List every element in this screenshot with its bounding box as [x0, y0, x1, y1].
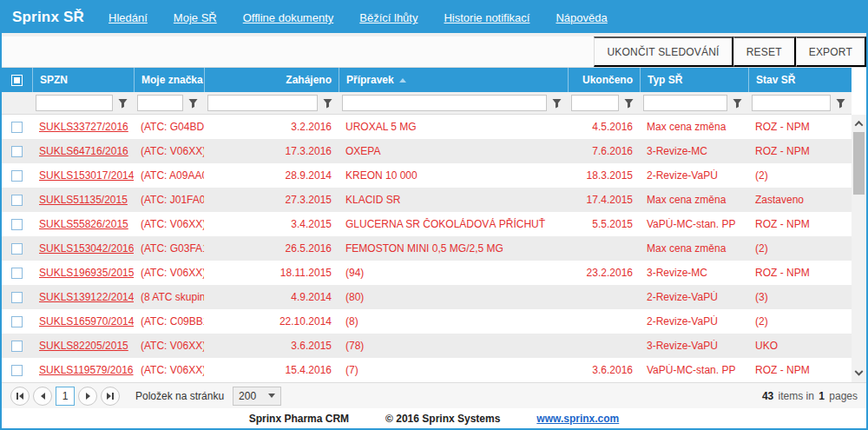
column-header-zahajeno[interactable]: Zahájeno — [204, 68, 339, 92]
table-row[interactable]: SUKLS82205/2015 (ATC: V06XX) 3.6.2015 (7… — [2, 334, 852, 358]
cell-stav-sr: (2) — [748, 315, 852, 327]
spzn-link[interactable]: SUKLS55826/2015 — [32, 218, 134, 230]
page-size-dropdown[interactable]: 200 — [233, 387, 281, 406]
cell-ukonceno: 5.5.2015 — [568, 218, 640, 230]
nav-links: HledáníMoje SŘOffline dokumentyBěžící lh… — [108, 10, 634, 25]
footer-copyright: © 2016 Sprinx Systems — [385, 413, 500, 425]
filter-icon[interactable] — [621, 95, 636, 111]
spzn-link[interactable]: SUKLS51135/2015 — [32, 194, 134, 206]
filter-input-typ[interactable] — [643, 95, 727, 111]
next-page-button[interactable] — [78, 387, 97, 406]
cell-moje-znacka: (ATC: G04BD04 — [134, 121, 204, 133]
filter-input-stav[interactable] — [752, 95, 831, 111]
cell-typ-sr: 2-Revize-VaPÚ — [640, 291, 748, 303]
cell-zahajeno: 27.3.2015 — [204, 194, 339, 206]
column-header-typ[interactable]: Typ SŘ — [640, 68, 748, 92]
footer-link[interactable]: www.sprinx.com — [536, 413, 619, 425]
table-row[interactable]: SUKLS139122/2014 (8 ATC skupin) 4.9.2014… — [2, 285, 852, 309]
row-checkbox[interactable] — [11, 146, 23, 157]
nav-link-historie-notifikac-[interactable]: Historie notifikací — [444, 11, 529, 24]
table-row[interactable]: SUKLS153017/2014 (ATC: A09AA02 28.9.2014… — [2, 163, 852, 188]
column-header-ukonceno[interactable]: Ukončeno — [568, 68, 640, 92]
scrollbar-track[interactable] — [852, 115, 866, 382]
table-row[interactable]: SUKLS153042/2016 (ATC: G03FA14 26.5.2016… — [2, 236, 852, 261]
filter-icon[interactable] — [115, 95, 130, 111]
nav-link-n-pov-da[interactable]: Nápověda — [556, 11, 607, 24]
select-all-cell[interactable] — [2, 68, 32, 92]
scrollbar-thumb[interactable] — [853, 132, 865, 195]
toolbar: UKONČIT SLEDOVÁNÍ RESET EXPORT — [2, 36, 866, 68]
filter-input-znacka[interactable] — [137, 95, 183, 111]
cell-pripravek: (80) — [339, 291, 568, 303]
spzn-link[interactable]: SUKLS119579/2016 — [32, 364, 134, 376]
row-checkbox[interactable] — [11, 243, 23, 255]
table-row[interactable]: SUKLS165970/2014 (ATC: C09BB10 22.10.201… — [2, 309, 852, 334]
spzn-link[interactable]: SUKLS64716/2016 — [32, 145, 134, 157]
vertical-scrollbar[interactable] — [852, 68, 866, 382]
stop-tracking-button[interactable]: UKONČIT SLEDOVÁNÍ — [594, 36, 733, 67]
row-checkbox[interactable] — [11, 292, 23, 303]
cell-moje-znacka: (ATC: J01FA09) — [134, 194, 204, 206]
first-page-button[interactable] — [10, 387, 30, 406]
nav-link-offline-dokumenty[interactable]: Offline dokumenty — [243, 11, 334, 24]
reset-button[interactable]: RESET — [733, 36, 796, 67]
row-checkbox[interactable] — [11, 365, 23, 376]
table-row[interactable]: SUKLS64716/2016 (ATC: V06XX) 17.3.2016 O… — [2, 139, 852, 163]
spzn-link[interactable]: SUKLS153017/2014 — [32, 169, 134, 182]
cell-zahajeno: 15.4.2016 — [204, 364, 339, 376]
row-checkbox[interactable] — [11, 268, 23, 279]
row-checkbox[interactable] — [11, 219, 23, 230]
last-page-button[interactable] — [101, 387, 120, 406]
column-header-spzn[interactable]: SPZN — [32, 68, 134, 92]
filter-icon[interactable] — [320, 95, 335, 111]
nav-link-moje-s-[interactable]: Moje SŘ — [174, 11, 217, 24]
current-page-button[interactable]: 1 — [56, 387, 75, 406]
table-row[interactable]: SUKLS196935/2015 (ATC: V06XX) 18.11.2015… — [2, 261, 852, 285]
footer-app-name: Sprinx Pharma CRM — [249, 413, 349, 425]
filter-icon[interactable] — [833, 95, 848, 111]
filter-input-zahajeno[interactable] — [207, 95, 318, 111]
column-header-pripravek[interactable]: Přípravek — [339, 68, 568, 92]
data-grid: SPZNMoje značkaZahájenoPřípravekUkončeno… — [2, 68, 866, 382]
cell-zahajeno: 3.4.2015 — [204, 218, 339, 230]
row-checkbox[interactable] — [11, 122, 23, 133]
spzn-link[interactable]: SUKLS82205/2015 — [32, 340, 134, 352]
row-checkbox[interactable] — [11, 195, 23, 206]
table-row[interactable]: SUKLS119579/2016 (ATC: V06XX) 15.4.2016 … — [2, 358, 852, 382]
cell-pripravek: KLACID SR — [339, 194, 568, 206]
row-checkbox[interactable] — [11, 170, 23, 182]
nav-link-hled-n-[interactable]: Hledání — [108, 11, 148, 24]
spzn-link[interactable]: SUKLS165970/2014 — [32, 315, 134, 327]
table-row[interactable]: SUKLS55826/2015 (ATC: V06XX) 3.4.2015 GL… — [2, 212, 852, 236]
filter-input-pripravek[interactable] — [342, 95, 547, 111]
spzn-link[interactable]: SUKLS33727/2016 — [32, 121, 134, 133]
column-header-stav[interactable]: Stav SŘ — [748, 68, 852, 92]
spzn-link[interactable]: SUKLS139122/2014 — [32, 291, 134, 303]
spzn-link[interactable]: SUKLS196935/2015 — [32, 267, 134, 279]
cell-stav-sr: ROZ - NPM — [748, 267, 852, 279]
cell-moje-znacka: (ATC: V06XX) — [134, 218, 204, 230]
row-checkbox[interactable] — [11, 316, 23, 327]
scroll-up-icon[interactable] — [852, 116, 866, 130]
spzn-link[interactable]: SUKLS153042/2016 — [32, 242, 134, 255]
chevron-down-icon — [268, 394, 275, 398]
column-header-znacka[interactable]: Moje značka — [134, 68, 204, 92]
filter-cell-stav — [748, 92, 852, 114]
row-checkbox[interactable] — [11, 341, 23, 352]
cell-typ-sr: VaPÚ-MC-stan. PP — [640, 218, 748, 230]
nav-link-b-c-lh-ty[interactable]: Běžící lhůty — [359, 11, 418, 24]
table-row[interactable]: SUKLS51135/2015 (ATC: J01FA09) 27.3.2015… — [2, 188, 852, 212]
filter-input-ukonceno[interactable] — [571, 95, 619, 111]
select-all-checkbox[interactable] — [11, 75, 23, 86]
filter-icon[interactable] — [730, 95, 745, 111]
export-button[interactable]: EXPORT — [796, 36, 866, 67]
filter-icon[interactable] — [186, 95, 201, 111]
scroll-down-icon[interactable] — [852, 367, 866, 380]
cell-typ-sr: Max cena změna — [640, 121, 748, 133]
cell-pripravek: FEMOSTON MINI 0,5 MG/2,5 MG — [339, 242, 568, 255]
filter-icon[interactable] — [549, 95, 564, 111]
table-row[interactable]: SUKLS33727/2016 (ATC: G04BD04 3.2.2016 U… — [2, 115, 852, 139]
filter-input-spzn[interactable] — [36, 95, 113, 111]
cell-typ-sr: 2-Revize-VaPÚ — [640, 169, 748, 182]
prev-page-button[interactable] — [33, 387, 52, 406]
